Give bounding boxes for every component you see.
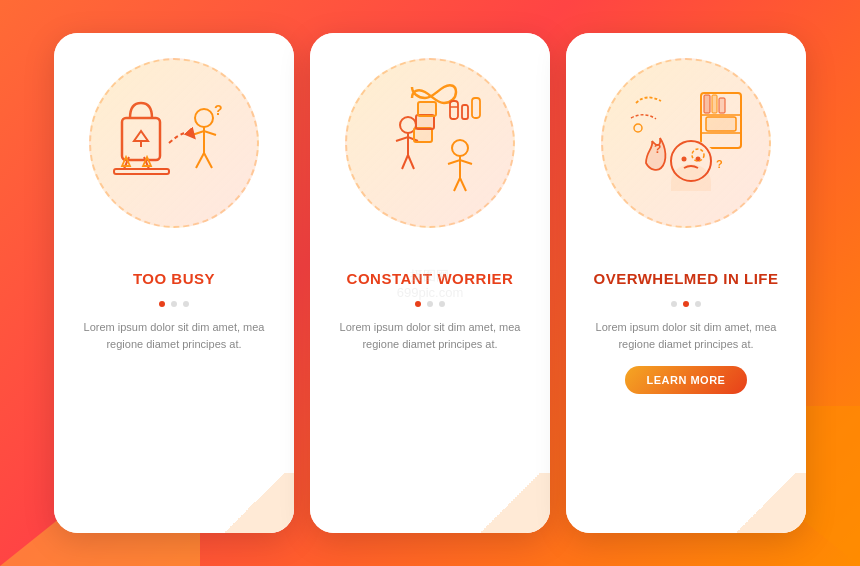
dot-2 [171,301,177,307]
card-header-too-busy: ? [54,33,294,253]
dot-1 [159,301,165,307]
card-body-too-busy: Lorem ipsum dolor sit dim amet, mea regi… [74,319,274,354]
card-bottom-too-busy: TOO BUSY Lorem ipsum dolor sit dim amet,… [54,253,294,533]
card-bottom-constant-worrier: CONSTANT WORRIER Lorem ipsum dolor sit d… [310,253,550,533]
card-constant-worrier: CONSTANT WORRIER Lorem ipsum dolor sit d… [310,33,550,533]
card-body-constant-worrier: Lorem ipsum dolor sit dim amet, mea regi… [330,319,530,354]
dot-3 [439,301,445,307]
circle-bg-3 [601,58,771,228]
cards-container: ? TOO BUSY Lorem ipsum dolor sit dim ame… [34,13,826,553]
learn-more-button[interactable]: LEARN MORE [625,366,748,394]
card-title-overwhelmed: OVERWHELMED IN LIFE [593,269,778,289]
dots-too-busy [159,301,189,307]
circle-bg [89,58,259,228]
dots-constant-worrier [415,301,445,307]
card-header-constant-worrier [310,33,550,253]
circle-bg-2 [345,58,515,228]
card-title-constant-worrier: CONSTANT WORRIER [347,269,514,289]
dot-2 [683,301,689,307]
card-body-overwhelmed: Lorem ipsum dolor sit dim amet, mea regi… [586,319,786,354]
dot-1 [671,301,677,307]
dots-overwhelmed [671,301,701,307]
dot-1 [415,301,421,307]
card-bottom-overwhelmed: OVERWHELMED IN LIFE Lorem ipsum dolor si… [566,253,806,533]
dot-3 [183,301,189,307]
dot-3 [695,301,701,307]
dot-2 [427,301,433,307]
card-overwhelmed: ? ? OVERWHELMED IN LIFE Lorem ipsum dolo… [566,33,806,533]
card-title-too-busy: TOO BUSY [133,269,215,289]
card-too-busy: ? TOO BUSY Lorem ipsum dolor sit dim ame… [54,33,294,533]
card-header-overwhelmed: ? ? [566,33,806,253]
